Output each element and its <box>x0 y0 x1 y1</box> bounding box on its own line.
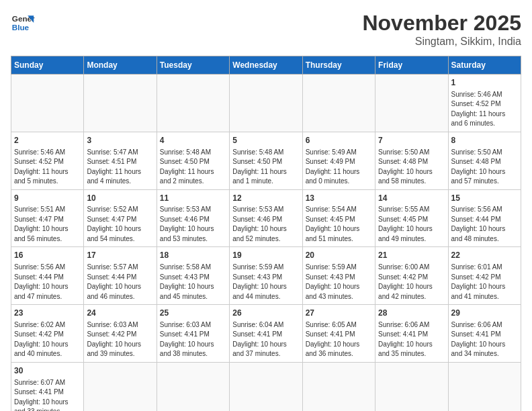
table-row: 8Sunrise: 5:50 AM Sunset: 4:48 PM Daylig… <box>448 132 521 189</box>
table-row: 18Sunrise: 5:58 AM Sunset: 4:43 PM Dayli… <box>157 247 229 305</box>
day-info: Sunrise: 5:48 AM Sunset: 4:50 PM Dayligh… <box>160 148 226 187</box>
table-row <box>302 362 375 411</box>
table-row <box>448 362 521 411</box>
table-row: 2Sunrise: 5:46 AM Sunset: 4:52 PM Daylig… <box>11 132 84 189</box>
table-row: 24Sunrise: 6:03 AM Sunset: 4:42 PM Dayli… <box>84 305 157 363</box>
day-number: 14 <box>378 193 445 204</box>
day-info: Sunrise: 5:48 AM Sunset: 4:50 PM Dayligh… <box>232 148 299 187</box>
day-number: 3 <box>87 135 153 146</box>
day-info: Sunrise: 5:46 AM Sunset: 4:52 PM Dayligh… <box>451 90 518 129</box>
day-info: Sunrise: 6:01 AM Sunset: 4:42 PM Dayligh… <box>451 263 518 302</box>
table-row <box>230 362 302 411</box>
day-number: 19 <box>232 250 299 261</box>
header-friday: Friday <box>375 56 448 75</box>
calendar-row: 9Sunrise: 5:51 AM Sunset: 4:47 PM Daylig… <box>11 189 521 247</box>
day-number: 13 <box>306 193 372 204</box>
logo-icon: General Blue <box>11 11 35 35</box>
header-tuesday: Tuesday <box>157 56 229 75</box>
day-info: Sunrise: 5:57 AM Sunset: 4:44 PM Dayligh… <box>87 263 153 302</box>
table-row: 4Sunrise: 5:48 AM Sunset: 4:50 PM Daylig… <box>157 132 229 189</box>
day-number: 27 <box>306 308 372 319</box>
day-number: 17 <box>87 250 153 261</box>
day-number: 12 <box>232 193 299 204</box>
table-row: 13Sunrise: 5:54 AM Sunset: 4:45 PM Dayli… <box>302 189 375 247</box>
table-row <box>302 75 375 132</box>
page-header: General Blue November 2025 Singtam, Sikk… <box>11 11 521 48</box>
table-row: 28Sunrise: 6:06 AM Sunset: 4:41 PM Dayli… <box>375 305 448 363</box>
table-row: 25Sunrise: 6:03 AM Sunset: 4:41 PM Dayli… <box>157 305 229 363</box>
day-number: 4 <box>160 135 226 146</box>
day-number: 22 <box>451 250 518 261</box>
day-info: Sunrise: 5:55 AM Sunset: 4:45 PM Dayligh… <box>378 205 445 244</box>
table-row: 26Sunrise: 6:04 AM Sunset: 4:41 PM Dayli… <box>230 305 302 363</box>
day-info: Sunrise: 6:06 AM Sunset: 4:41 PM Dayligh… <box>451 320 518 359</box>
table-row: 27Sunrise: 6:05 AM Sunset: 4:41 PM Dayli… <box>302 305 375 363</box>
table-row: 6Sunrise: 5:49 AM Sunset: 4:49 PM Daylig… <box>302 132 375 189</box>
day-info: Sunrise: 5:52 AM Sunset: 4:47 PM Dayligh… <box>87 205 153 244</box>
table-row: 17Sunrise: 5:57 AM Sunset: 4:44 PM Dayli… <box>84 247 157 305</box>
day-info: Sunrise: 6:03 AM Sunset: 4:41 PM Dayligh… <box>160 320 226 359</box>
day-number: 26 <box>232 308 299 319</box>
day-info: Sunrise: 5:53 AM Sunset: 4:46 PM Dayligh… <box>232 205 299 244</box>
calendar-row: 30Sunrise: 6:07 AM Sunset: 4:41 PM Dayli… <box>11 362 521 411</box>
table-row: 22Sunrise: 6:01 AM Sunset: 4:42 PM Dayli… <box>448 247 521 305</box>
table-row: 29Sunrise: 6:06 AM Sunset: 4:41 PM Dayli… <box>448 305 521 363</box>
table-row <box>84 75 157 132</box>
day-number: 9 <box>14 193 81 204</box>
header-wednesday: Wednesday <box>230 56 302 75</box>
table-row: 1Sunrise: 5:46 AM Sunset: 4:52 PM Daylig… <box>448 75 521 132</box>
day-number: 7 <box>378 135 445 146</box>
day-number: 24 <box>87 308 153 319</box>
table-row: 30Sunrise: 6:07 AM Sunset: 4:41 PM Dayli… <box>11 362 84 411</box>
table-row: 11Sunrise: 5:53 AM Sunset: 4:46 PM Dayli… <box>157 189 229 247</box>
day-number: 23 <box>14 308 81 319</box>
day-number: 1 <box>451 77 518 89</box>
table-row: 10Sunrise: 5:52 AM Sunset: 4:47 PM Dayli… <box>84 189 157 247</box>
table-row: 12Sunrise: 5:53 AM Sunset: 4:46 PM Dayli… <box>230 189 302 247</box>
day-info: Sunrise: 5:46 AM Sunset: 4:52 PM Dayligh… <box>14 148 81 187</box>
table-row: 21Sunrise: 6:00 AM Sunset: 4:42 PM Dayli… <box>375 247 448 305</box>
day-number: 21 <box>378 250 445 261</box>
header-thursday: Thursday <box>302 56 375 75</box>
table-row: 5Sunrise: 5:48 AM Sunset: 4:50 PM Daylig… <box>230 132 302 189</box>
day-number: 20 <box>306 250 372 261</box>
day-number: 28 <box>378 308 445 319</box>
table-row <box>230 75 302 132</box>
header-monday: Monday <box>84 56 157 75</box>
day-info: Sunrise: 5:56 AM Sunset: 4:44 PM Dayligh… <box>451 205 518 244</box>
day-number: 25 <box>160 308 226 319</box>
day-number: 16 <box>14 250 81 261</box>
calendar-row: 16Sunrise: 5:56 AM Sunset: 4:44 PM Dayli… <box>11 247 521 305</box>
day-number: 6 <box>306 135 372 146</box>
day-info: Sunrise: 5:47 AM Sunset: 4:51 PM Dayligh… <box>87 148 153 187</box>
day-number: 5 <box>232 135 299 146</box>
day-info: Sunrise: 5:56 AM Sunset: 4:44 PM Dayligh… <box>14 263 81 302</box>
table-row: 14Sunrise: 5:55 AM Sunset: 4:45 PM Dayli… <box>375 189 448 247</box>
table-row: 3Sunrise: 5:47 AM Sunset: 4:51 PM Daylig… <box>84 132 157 189</box>
day-number: 18 <box>160 250 226 261</box>
table-row: 15Sunrise: 5:56 AM Sunset: 4:44 PM Dayli… <box>448 189 521 247</box>
calendar-table: Sunday Monday Tuesday Wednesday Thursday… <box>11 56 521 411</box>
calendar-row: 2Sunrise: 5:46 AM Sunset: 4:52 PM Daylig… <box>11 132 521 189</box>
day-info: Sunrise: 5:54 AM Sunset: 4:45 PM Dayligh… <box>306 205 372 244</box>
table-row: 19Sunrise: 5:59 AM Sunset: 4:43 PM Dayli… <box>230 247 302 305</box>
calendar-subtitle: Singtam, Sikkim, India <box>362 36 521 48</box>
table-row <box>11 75 84 132</box>
day-number: 29 <box>451 308 518 319</box>
day-info: Sunrise: 6:06 AM Sunset: 4:41 PM Dayligh… <box>378 320 445 359</box>
day-number: 15 <box>451 193 518 204</box>
table-row <box>84 362 157 411</box>
day-info: Sunrise: 5:51 AM Sunset: 4:47 PM Dayligh… <box>14 205 81 244</box>
calendar-row: 23Sunrise: 6:02 AM Sunset: 4:42 PM Dayli… <box>11 305 521 363</box>
day-number: 30 <box>14 365 81 377</box>
day-info: Sunrise: 5:50 AM Sunset: 4:48 PM Dayligh… <box>451 148 518 187</box>
day-number: 2 <box>14 135 81 146</box>
day-info: Sunrise: 6:02 AM Sunset: 4:42 PM Dayligh… <box>14 320 81 359</box>
day-info: Sunrise: 5:53 AM Sunset: 4:46 PM Dayligh… <box>160 205 226 244</box>
calendar-title: November 2025 <box>362 11 521 36</box>
day-info: Sunrise: 6:03 AM Sunset: 4:42 PM Dayligh… <box>87 320 153 359</box>
svg-text:Blue: Blue <box>12 23 30 32</box>
header-sunday: Sunday <box>11 56 84 75</box>
header-saturday: Saturday <box>448 56 521 75</box>
table-row <box>157 362 229 411</box>
